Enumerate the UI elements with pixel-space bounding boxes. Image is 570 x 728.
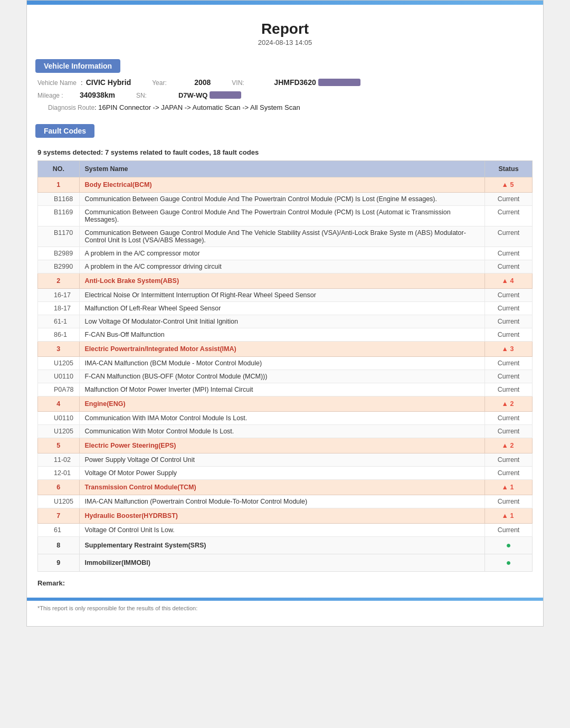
system-name: Anti-Lock Brake System(ABS) xyxy=(79,273,484,288)
year-group: Year: 2008 xyxy=(152,78,211,87)
mileage-value: 340938km xyxy=(80,91,115,99)
warning-icon: ▲ 3 xyxy=(502,345,514,353)
system-status: ● xyxy=(485,554,533,571)
system-row: 5 Electric Power Steering(EPS) ▲ 2 xyxy=(38,438,533,453)
fault-status: Current xyxy=(485,301,533,315)
system-status: ▲ 5 xyxy=(485,177,533,192)
related-count: 7 xyxy=(105,148,109,156)
system-name: Electric Powertrain/Integrated Motor Ass… xyxy=(79,341,484,356)
system-no: 6 xyxy=(38,479,80,495)
fault-description: F-CAN Malfunction (BUS-OFF (Motor Contro… xyxy=(79,370,484,383)
warning-icon: ▲ 2 xyxy=(502,400,514,408)
check-icon: ● xyxy=(506,558,511,567)
fault-description: Electrical Noise Or Intermittent Interru… xyxy=(79,288,484,301)
year-value: 2008 xyxy=(194,78,211,87)
check-icon: ● xyxy=(506,541,511,550)
system-row: 3 Electric Powertrain/Integrated Motor A… xyxy=(38,341,533,356)
vehicle-info-header: Vehicle Information xyxy=(35,59,120,73)
fault-status: Current xyxy=(485,226,533,247)
fault-status: Current xyxy=(485,383,533,396)
fault-description: Power Supply Voltage Of Control Unit xyxy=(79,453,484,466)
fault-row: U0110 F-CAN Malfunction (BUS-OFF (Motor … xyxy=(38,370,533,383)
fault-code: 11-02 xyxy=(38,453,80,466)
sn-redacted xyxy=(210,91,241,99)
warning-icon: ▲ 5 xyxy=(502,181,514,188)
system-name: Body Electrical(BCM) xyxy=(79,177,484,192)
fault-description: IMA-CAN Malfunction (Powertrain Control … xyxy=(79,495,484,508)
fault-description: A problem in the A/C compressor driving … xyxy=(79,260,484,273)
fault-description: Communication Between Gauge Control Modu… xyxy=(79,192,484,205)
report-header: Report 2024-08-13 14:05 xyxy=(27,5,543,52)
fault-code: 12-01 xyxy=(38,466,80,479)
system-row-ok: 9 Immobilizer(IMMOBI) ● xyxy=(38,554,533,571)
col-no: NO. xyxy=(38,160,80,177)
fault-code: B2990 xyxy=(38,260,80,273)
system-name: Electric Power Steering(EPS) xyxy=(79,438,484,453)
system-no: 2 xyxy=(38,273,80,288)
system-no: 1 xyxy=(38,177,80,192)
sn-label: SN: xyxy=(136,92,178,99)
fault-row: B2989 A problem in the A/C compressor mo… xyxy=(38,247,533,260)
mileage-group: Mileage : 340938km xyxy=(37,91,115,99)
warning-icon: ▲ 2 xyxy=(502,442,514,449)
system-row: 1 Body Electrical(BCM) ▲ 5 xyxy=(38,177,533,192)
fault-description: A problem in the A/C compressor motor xyxy=(79,247,484,260)
fault-row: P0A78 Malfunction Of Motor Power Inverte… xyxy=(38,383,533,396)
fault-row: B2990 A problem in the A/C compressor dr… xyxy=(38,260,533,273)
fault-code: B1168 xyxy=(38,192,80,205)
system-name: Engine(ENG) xyxy=(79,396,484,411)
col-system: System Name xyxy=(79,160,484,177)
vin-redacted xyxy=(318,79,360,86)
vin-group: VIN: JHMFD3620 xyxy=(232,78,360,87)
fault-row: B1169 Communication Between Gauge Contro… xyxy=(38,205,533,226)
fault-status: Current xyxy=(485,370,533,383)
fault-description: Voltage Of Control Unit Is Low. xyxy=(79,523,484,536)
fault-status: Current xyxy=(485,453,533,466)
system-row: 7 Hydraulic Booster(HYDRBST) ▲ 1 xyxy=(38,508,533,523)
col-status: Status xyxy=(485,160,533,177)
fault-count: 18 xyxy=(213,148,220,156)
fault-code: 86-1 xyxy=(38,328,80,341)
fault-status: Current xyxy=(485,466,533,479)
fault-row: U0110 Communication With IMA Motor Contr… xyxy=(38,411,533,424)
system-name: Hydraulic Booster(HYDRBST) xyxy=(79,508,484,523)
fault-row: 61-1 Low Voltage Of Modulator-Control Un… xyxy=(38,315,533,328)
system-row-ok: 8 Supplementary Restraint System(SRS) ● xyxy=(38,536,533,554)
system-name: Immobilizer(IMMOBI) xyxy=(79,554,484,571)
fault-row: B1168 Communication Between Gauge Contro… xyxy=(38,192,533,205)
fault-row: B1170 Communication Between Gauge Contro… xyxy=(38,226,533,247)
fault-code: U0110 xyxy=(38,370,80,383)
fault-description: Malfunction Of Left-Rear Wheel Speed Sen… xyxy=(79,301,484,315)
sn-group: SN: D7W-WQ xyxy=(136,91,241,99)
vin-value: JHMFD3620 xyxy=(274,78,316,87)
fault-status: Current xyxy=(485,411,533,424)
system-status: ▲ 2 xyxy=(485,396,533,411)
fault-row: U1205 IMA-CAN Malfunction (BCM Module - … xyxy=(38,356,533,370)
mileage-row: Mileage : 340938km SN: D7W-WQ xyxy=(37,91,533,99)
fault-description: Malfunction Of Motor Power Inverter (MPI… xyxy=(79,383,484,396)
fault-code: U1205 xyxy=(38,495,80,508)
fault-status: Current xyxy=(485,288,533,301)
fault-description: IMA-CAN Malfunction (BCM Module - Motor … xyxy=(79,356,484,370)
fault-status: Current xyxy=(485,260,533,273)
fault-code: 61 xyxy=(38,523,80,536)
fault-description: Communication With IMA Motor Control Mod… xyxy=(79,411,484,424)
top-bar xyxy=(27,1,543,5)
fault-code: U1205 xyxy=(38,424,80,438)
fault-status: Current xyxy=(485,328,533,341)
system-no: 7 xyxy=(38,508,80,523)
fault-row: 61 Voltage Of Control Unit Is Low. Curre… xyxy=(38,523,533,536)
system-status: ▲ 3 xyxy=(485,341,533,356)
fault-code: 61-1 xyxy=(38,315,80,328)
fault-description: Low Voltage Of Modulator-Control Unit In… xyxy=(79,315,484,328)
fault-description: Communication Between Gauge Control Modu… xyxy=(79,205,484,226)
fault-code: P0A78 xyxy=(38,383,80,396)
report-title: Report xyxy=(37,21,533,37)
fault-status: Current xyxy=(485,495,533,508)
fault-code: 16-17 xyxy=(38,288,80,301)
fault-code: B1170 xyxy=(38,226,80,247)
warning-icon: ▲ 1 xyxy=(502,484,514,491)
system-no: 8 xyxy=(38,536,80,554)
fault-status: Current xyxy=(485,205,533,226)
system-status: ▲ 1 xyxy=(485,479,533,495)
